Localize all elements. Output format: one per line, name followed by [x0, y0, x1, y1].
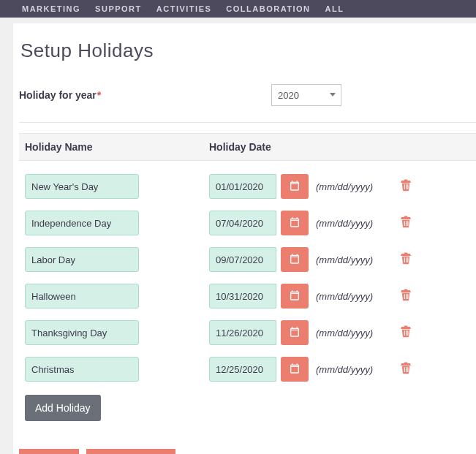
table-row: (mm/dd/yyyy) — [19, 314, 476, 351]
trash-icon — [399, 254, 412, 267]
date-cell: (mm/dd/yyyy) — [209, 320, 399, 345]
calendar-icon — [289, 253, 301, 267]
date-picker-button[interactable] — [281, 174, 309, 199]
date-cell: (mm/dd/yyyy) — [209, 174, 399, 199]
nav-activities[interactable]: ACTIVITIES — [156, 4, 212, 13]
calendar-icon — [289, 363, 301, 377]
year-row: Holiday for year* — [19, 84, 476, 123]
holiday-date-input[interactable] — [209, 320, 276, 345]
delete-button[interactable] — [399, 288, 415, 304]
holiday-date-input[interactable] — [209, 357, 276, 382]
name-cell — [25, 284, 209, 309]
calendar-icon — [289, 290, 301, 303]
date-format-hint: (mm/dd/yyyy) — [316, 328, 373, 338]
delete-button[interactable] — [399, 361, 415, 377]
delete-button[interactable] — [399, 178, 415, 194]
nav-all[interactable]: ALL — [325, 4, 344, 13]
table-header: Holiday Name Holiday Date — [19, 133, 476, 161]
holiday-date-input[interactable] — [209, 174, 276, 199]
setup-holidays-panel: Setup Holidays Holiday for year* Holiday… — [13, 23, 476, 454]
holiday-name-input[interactable] — [25, 174, 139, 199]
trash-icon — [399, 218, 412, 230]
holiday-rows: (mm/dd/yyyy) (mm/dd/yyyy) — [19, 161, 476, 387]
date-picker-button[interactable] — [281, 211, 309, 235]
date-cell: (mm/dd/yyyy) — [209, 357, 399, 382]
date-format-hint: (mm/dd/yyyy) — [316, 291, 373, 302]
date-picker-button[interactable] — [281, 247, 309, 272]
delete-button[interactable] — [399, 251, 415, 268]
top-nav: MARKETING SUPPORT ACTIVITIES COLLABORATI… — [0, 0, 476, 18]
year-label-text: Holiday for year — [19, 89, 97, 101]
calendar-icon — [289, 326, 301, 340]
delete-cell — [399, 325, 428, 341]
holiday-name-input[interactable] — [25, 357, 139, 382]
name-cell — [25, 247, 209, 272]
table-row: (mm/dd/yyyy) — [19, 351, 476, 387]
holiday-name-input[interactable] — [25, 211, 139, 235]
nav-support[interactable]: SUPPORT — [95, 4, 142, 13]
year-label: Holiday for year* — [19, 89, 271, 101]
delete-cell — [399, 361, 428, 377]
table-row: (mm/dd/yyyy) — [19, 168, 476, 205]
calendar-icon — [289, 180, 301, 194]
col-header-date: Holiday Date — [209, 141, 399, 153]
required-mark: * — [97, 89, 101, 101]
table-row: (mm/dd/yyyy) — [19, 241, 476, 278]
date-picker-button[interactable] — [281, 320, 309, 345]
delete-cell — [399, 288, 428, 304]
page-title: Setup Holidays — [20, 39, 476, 62]
nav-marketing[interactable]: MARKETING — [22, 4, 80, 13]
calendar-icon — [289, 216, 301, 230]
name-cell — [25, 211, 209, 235]
save-button[interactable]: SAVE — [19, 449, 79, 454]
cancel-button[interactable]: CANCEL — [86, 449, 175, 454]
holiday-name-input[interactable] — [25, 284, 139, 309]
date-cell: (mm/dd/yyyy) — [209, 247, 399, 272]
delete-cell — [399, 215, 428, 231]
delete-button[interactable] — [399, 215, 415, 231]
year-select-wrap — [271, 84, 341, 106]
footer-buttons: SAVE CANCEL — [19, 449, 476, 454]
table-row: (mm/dd/yyyy) — [19, 278, 476, 314]
year-select[interactable] — [271, 84, 341, 106]
date-format-hint: (mm/dd/yyyy) — [316, 254, 373, 265]
trash-icon — [399, 291, 412, 303]
date-cell: (mm/dd/yyyy) — [209, 211, 399, 235]
holiday-date-input[interactable] — [209, 284, 276, 309]
holiday-date-input[interactable] — [209, 247, 276, 272]
delete-cell — [399, 251, 428, 268]
name-cell — [25, 320, 209, 345]
date-format-hint: (mm/dd/yyyy) — [316, 218, 373, 229]
trash-icon — [399, 328, 412, 340]
holiday-date-input[interactable] — [209, 211, 276, 235]
date-format-hint: (mm/dd/yyyy) — [316, 364, 373, 375]
trash-icon — [399, 364, 412, 377]
name-cell — [25, 357, 209, 382]
delete-button[interactable] — [399, 325, 415, 341]
add-holiday-button[interactable]: Add Holiday — [25, 395, 101, 421]
date-picker-button[interactable] — [281, 357, 309, 382]
holiday-name-input[interactable] — [25, 247, 139, 272]
trash-icon — [399, 181, 412, 194]
table-row: (mm/dd/yyyy) — [19, 205, 476, 241]
date-picker-button[interactable] — [281, 284, 309, 309]
nav-collaboration[interactable]: COLLABORATION — [226, 4, 310, 13]
holiday-name-input[interactable] — [25, 320, 139, 345]
delete-cell — [399, 178, 428, 194]
date-cell: (mm/dd/yyyy) — [209, 284, 399, 309]
col-header-name: Holiday Name — [25, 141, 209, 153]
date-format-hint: (mm/dd/yyyy) — [316, 181, 373, 192]
name-cell — [25, 174, 209, 199]
